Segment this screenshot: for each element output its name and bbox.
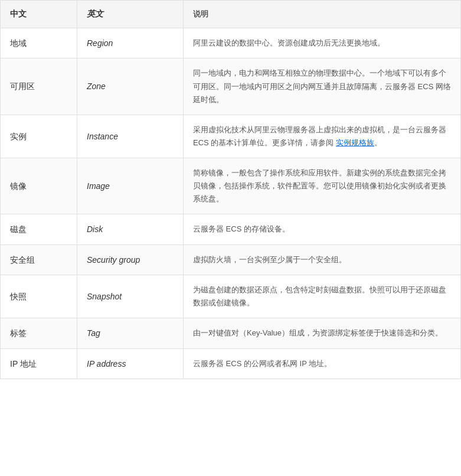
cell-description: 由一对键值对（Key-Value）组成，为资源绑定标签便于快速筛选和分类。 xyxy=(184,318,461,348)
header-description: 说明 xyxy=(184,1,461,28)
table-row: 镜像Image简称镜像，一般包含了操作系统和应用软件。新建实例的系统盘数据完全拷… xyxy=(1,158,461,214)
cell-chinese: 磁盘 xyxy=(1,214,77,244)
cell-chinese: 镜像 xyxy=(1,158,77,214)
table-row: 可用区Zone同一地域内，电力和网络互相独立的物理数据中心。一个地域下可以有多个… xyxy=(1,58,461,115)
glossary-table: 中文 英文 说明 地域Region阿里云建设的数据中心。资源创建成功后无法更换地… xyxy=(0,0,461,379)
table-row: 地域Region阿里云建设的数据中心。资源创建成功后无法更换地域。 xyxy=(1,28,461,58)
cell-english: Image xyxy=(77,158,184,214)
cell-english: Disk xyxy=(77,214,184,244)
table-row: 安全组Security group虚拟防火墙，一台实例至少属于一个安全组。 xyxy=(1,244,461,275)
cell-chinese: 实例 xyxy=(1,115,77,158)
cell-english: IP address xyxy=(77,348,184,379)
cell-description: 虚拟防火墙，一台实例至少属于一个安全组。 xyxy=(184,244,461,275)
cell-description: 云服务器 ECS 的存储设备。 xyxy=(184,214,461,244)
table-row: 标签Tag由一对键值对（Key-Value）组成，为资源绑定标签便于快速筛选和分… xyxy=(1,318,461,348)
cell-description: 采用虚拟化技术从阿里云物理服务器上虚拟出来的虚拟机，是一台云服务器 ECS 的基… xyxy=(184,115,461,158)
table-row: 实例Instance采用虚拟化技术从阿里云物理服务器上虚拟出来的虚拟机，是一台云… xyxy=(1,115,461,158)
table-row: IP 地址IP address云服务器 ECS 的公网或者私网 IP 地址。 xyxy=(1,348,461,379)
header-english: 英文 xyxy=(77,1,184,28)
table-row: 磁盘Disk云服务器 ECS 的存储设备。 xyxy=(1,214,461,244)
cell-chinese: 标签 xyxy=(1,318,77,348)
cell-english: Region xyxy=(77,28,184,58)
cell-description: 同一地域内，电力和网络互相独立的物理数据中心。一个地域下可以有多个可用区。同一地… xyxy=(184,58,461,115)
table-row: 快照Snapshot为磁盘创建的数据还原点，包含特定时刻磁盘数据。快照可以用于还… xyxy=(1,275,461,318)
cell-description: 云服务器 ECS 的公网或者私网 IP 地址。 xyxy=(184,348,461,379)
glossary-table-container: 中文 英文 说明 地域Region阿里云建设的数据中心。资源创建成功后无法更换地… xyxy=(0,0,461,379)
cell-chinese: 安全组 xyxy=(1,244,77,275)
cell-english: Tag xyxy=(77,318,184,348)
table-header-row: 中文 英文 说明 xyxy=(1,1,461,28)
cell-chinese: 可用区 xyxy=(1,58,77,115)
cell-chinese: 快照 xyxy=(1,275,77,318)
instance-spec-link[interactable]: 实例规格族 xyxy=(336,138,374,147)
cell-english: Security group xyxy=(77,244,184,275)
cell-chinese: 地域 xyxy=(1,28,77,58)
cell-description: 阿里云建设的数据中心。资源创建成功后无法更换地域。 xyxy=(184,28,461,58)
cell-description: 简称镜像，一般包含了操作系统和应用软件。新建实例的系统盘数据完全拷贝镜像，包括操… xyxy=(184,158,461,214)
cell-description: 为磁盘创建的数据还原点，包含特定时刻磁盘数据。快照可以用于还原磁盘数据或创建镜像… xyxy=(184,275,461,318)
cell-chinese: IP 地址 xyxy=(1,348,77,379)
header-chinese: 中文 xyxy=(1,1,77,28)
cell-english: Zone xyxy=(77,58,184,115)
cell-english: Snapshot xyxy=(77,275,184,318)
cell-english: Instance xyxy=(77,115,184,158)
